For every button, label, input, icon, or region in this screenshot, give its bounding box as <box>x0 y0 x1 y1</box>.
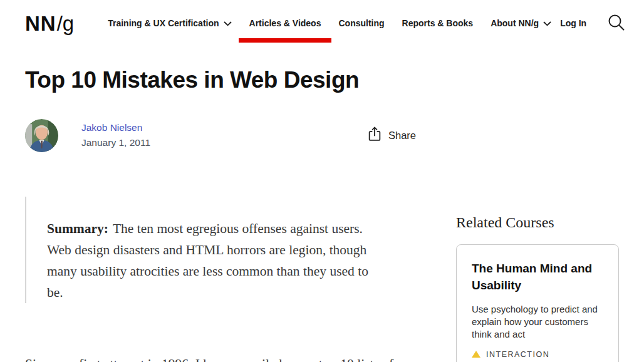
article-main: Top 10 Mistakes in Web Design <box>25 66 431 362</box>
nav-label: About NN/g <box>491 18 539 28</box>
nav-item-training-ux-certification[interactable]: Training & UX Certification <box>99 0 240 46</box>
search-button[interactable] <box>606 13 626 34</box>
paragraph-text-before: Since my first attempt in 1996, I have c… <box>25 356 393 362</box>
share-button[interactable]: Share <box>368 127 416 144</box>
course-title[interactable]: The Human Mind and Usability <box>472 260 603 294</box>
share-icon <box>368 127 382 144</box>
course-tag: INTERACTION <box>472 350 603 359</box>
course-description: Use psychology to predict and explain ho… <box>472 303 603 341</box>
related-courses-sidebar: Related Courses The Human Mind and Usabi… <box>456 213 619 362</box>
main-nav: Training & UX Certification Articles & V… <box>99 0 560 46</box>
nav-label: Consulting <box>338 18 384 28</box>
share-label: Share <box>388 130 416 142</box>
nav-item-reports-books[interactable]: Reports & Books <box>393 0 482 46</box>
site-header: NN/g Training & UX Certification Article… <box>0 0 644 46</box>
chevron-down-icon <box>224 21 232 26</box>
logo-nn-text: NN <box>25 13 56 34</box>
course-card[interactable]: The Human Mind and Usability Use psychol… <box>456 244 619 362</box>
article-summary: Summary:The ten most egregious offenses … <box>25 197 413 303</box>
logo-slash-g-text: /g <box>57 13 75 34</box>
search-icon <box>606 13 626 34</box>
warning-triangle-icon <box>472 351 480 358</box>
nav-label: Articles & Videos <box>249 18 321 28</box>
article-paragraph: Since my first attempt in 1996, I have c… <box>25 329 431 362</box>
nng-logo[interactable]: NN/g <box>25 13 74 34</box>
header-right: Log In <box>560 13 626 34</box>
nav-item-consulting[interactable]: Consulting <box>330 0 393 46</box>
login-button[interactable]: Log In <box>560 18 586 28</box>
nav-label: Reports & Books <box>402 18 474 28</box>
summary-label: Summary: <box>47 221 108 236</box>
related-courses-heading: Related Courses <box>456 213 619 232</box>
nav-item-articles-videos[interactable]: Articles & Videos <box>241 0 330 46</box>
chevron-down-icon <box>543 21 551 26</box>
author-name-link[interactable]: Jakob Nielsen <box>81 120 150 135</box>
author-row: Jakob Nielsen January 1, 2011 Share <box>25 119 431 152</box>
article-date: January 1, 2011 <box>81 135 150 150</box>
nav-item-about-nng[interactable]: About NN/g <box>482 0 560 46</box>
page-title: Top 10 Mistakes in Web Design <box>25 66 431 94</box>
author-avatar[interactable] <box>25 119 58 152</box>
author-meta: Jakob Nielsen January 1, 2011 <box>81 120 150 150</box>
nav-label: Training & UX Certification <box>108 18 219 28</box>
course-tag-label: INTERACTION <box>486 350 549 359</box>
